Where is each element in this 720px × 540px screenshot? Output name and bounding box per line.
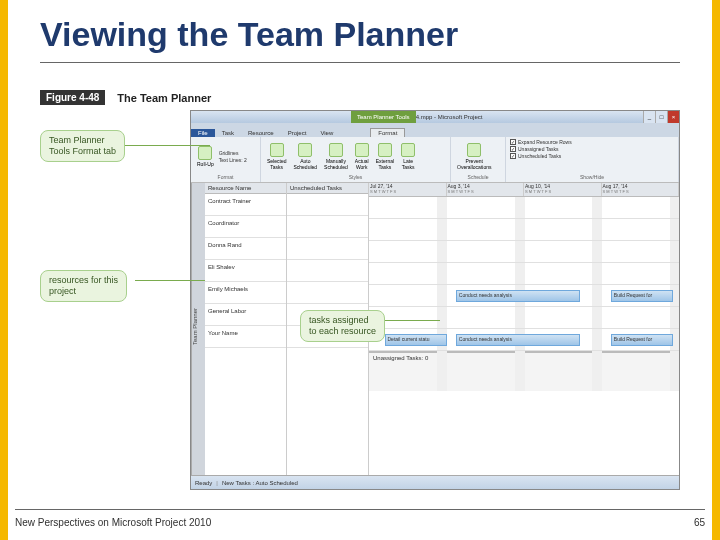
rollup-icon xyxy=(198,146,212,160)
ribbon: Roll-Up Gridlines Text Lines: 2 Format S… xyxy=(191,137,679,183)
ribbon-group-format: Roll-Up Gridlines Text Lines: 2 Format xyxy=(191,137,261,182)
team-planner-content: Team Planner Resource Name Contract Trai… xyxy=(191,183,679,475)
timeline-row[interactable] xyxy=(369,219,679,241)
figure-name: The Team Planner xyxy=(105,92,211,104)
tab-resource[interactable]: Resource xyxy=(241,129,281,137)
late-icon xyxy=(401,143,415,157)
ribbon-group-styles: SelectedTasks AutoScheduled ManuallySche… xyxy=(261,137,451,182)
unsched-cell[interactable] xyxy=(287,282,368,304)
ribbon-group-schedule: PreventOverallocations Schedule xyxy=(451,137,506,182)
resource-header: Resource Name xyxy=(205,183,286,194)
resource-row[interactable]: Emily Michaels xyxy=(205,282,286,304)
textlines-control[interactable]: Text Lines: 2 xyxy=(219,157,247,163)
app-window: Team Planner Tools NewAV1n-4.mpp - Micro… xyxy=(190,110,680,490)
window-buttons: _ □ × xyxy=(643,111,679,123)
checkbox-icon: ✓ xyxy=(510,146,516,152)
resource-row[interactable]: Your Name xyxy=(205,326,286,348)
tab-view[interactable]: View xyxy=(313,129,340,137)
unsched-cell[interactable] xyxy=(287,194,368,216)
figure-label: Figure 4-48 The Team Planner xyxy=(40,90,211,105)
tab-project[interactable]: Project xyxy=(281,129,314,137)
close-button[interactable]: × xyxy=(667,111,679,123)
unsched-cell[interactable] xyxy=(287,216,368,238)
callout-resources: resources for thisproject xyxy=(40,270,127,302)
unscheduled-check[interactable]: ✓Unscheduled Tasks xyxy=(510,153,561,159)
resource-row[interactable]: General Labor xyxy=(205,304,286,326)
callout-arrow-1 xyxy=(125,145,210,146)
resource-row[interactable]: Eli Shalev xyxy=(205,260,286,282)
rollup-button[interactable]: Roll-Up xyxy=(195,145,216,168)
prevent-icon xyxy=(467,143,481,157)
callout-tasks: tasks assignedto each resource xyxy=(300,310,385,342)
timeline-row[interactable]: Conduct needs analysis Build Request for xyxy=(369,285,679,307)
ribbon-tabs: File Task Resource Project View Format xyxy=(191,123,679,137)
figure-number: Figure 4-48 xyxy=(40,90,105,105)
statusbar: Ready | New Tasks : Auto Scheduled xyxy=(191,475,679,489)
resource-row[interactable]: Donna Rand xyxy=(205,238,286,260)
minimize-button[interactable]: _ xyxy=(643,111,655,123)
task-bar[interactable]: Build Request for xyxy=(611,334,673,346)
auto-scheduled-button[interactable]: AutoScheduled xyxy=(291,142,319,171)
maximize-button[interactable]: □ xyxy=(655,111,667,123)
resource-row[interactable]: Contract Trainer xyxy=(205,194,286,216)
task-bar[interactable]: Build Request for xyxy=(611,290,673,302)
tab-file[interactable]: File xyxy=(191,129,215,137)
slide-title: Viewing the Team Planner xyxy=(40,15,458,54)
actual-work-button[interactable]: ActualWork xyxy=(353,142,371,171)
group-label-format: Format xyxy=(195,174,256,180)
footer-text: New Perspectives on Microsoft Project 20… xyxy=(15,517,211,528)
unscheduled-header: Unscheduled Tasks xyxy=(287,183,368,194)
timeline-row[interactable]: Detail current statu Conduct needs analy… xyxy=(369,329,679,351)
external-tasks-button[interactable]: ExternalTasks xyxy=(374,142,396,171)
context-tab-label: Team Planner Tools xyxy=(351,111,416,123)
prevent-overalloc-button[interactable]: PreventOverallocations xyxy=(455,142,493,171)
task-bar[interactable]: Conduct needs analysis xyxy=(456,290,580,302)
status-ready: Ready xyxy=(195,480,212,486)
timeline-row[interactable] xyxy=(369,241,679,263)
actual-icon xyxy=(355,143,369,157)
ribbon-group-showhide: ✓Expand Resource Rows ✓Unassigned Tasks … xyxy=(506,137,679,182)
timeline-row[interactable] xyxy=(369,197,679,219)
resource-column: Resource Name Contract Trainer Coordinat… xyxy=(205,183,287,475)
selected-tasks-button[interactable]: SelectedTasks xyxy=(265,142,288,171)
group-label-styles: Styles xyxy=(265,174,446,180)
task-bar[interactable]: Conduct needs analysis xyxy=(456,334,580,346)
tab-task[interactable]: Task xyxy=(215,129,241,137)
title-underline xyxy=(40,62,680,63)
timeline-body: Conduct needs analysis Build Request for… xyxy=(369,197,679,391)
external-icon xyxy=(378,143,392,157)
auto-icon xyxy=(298,143,312,157)
late-tasks-button[interactable]: LateTasks xyxy=(399,142,417,171)
callout-format-tab: Team PlannerTools Format tab xyxy=(40,130,125,162)
resource-row[interactable]: Coordinator xyxy=(205,216,286,238)
decoration-right xyxy=(712,0,720,540)
gridlines-button[interactable]: Gridlines xyxy=(219,150,247,156)
task-bar[interactable]: Detail current statu xyxy=(385,334,447,346)
timeline[interactable]: Jul 27, '14S M T W T F S Aug 3, '14S M T… xyxy=(369,183,679,475)
expand-rows-check[interactable]: ✓Expand Resource Rows xyxy=(510,139,572,145)
unsched-cell[interactable] xyxy=(287,260,368,282)
page-number: 65 xyxy=(694,517,705,528)
timeline-row[interactable] xyxy=(369,307,679,329)
timeline-header: Jul 27, '14S M T W T F S Aug 3, '14S M T… xyxy=(369,183,679,197)
unassigned-check[interactable]: ✓Unassigned Tasks xyxy=(510,146,559,152)
group-label-schedule: Schedule xyxy=(455,174,501,180)
group-label-showhide: Show/Hide xyxy=(510,174,674,180)
timeline-row[interactable] xyxy=(369,263,679,285)
tab-format[interactable]: Format xyxy=(370,128,405,137)
footer-divider xyxy=(15,509,705,510)
manually-scheduled-button[interactable]: ManuallyScheduled xyxy=(322,142,350,171)
titlebar: Team Planner Tools NewAV1n-4.mpp - Micro… xyxy=(191,111,679,123)
decoration-left xyxy=(0,0,8,540)
manual-icon xyxy=(329,143,343,157)
checkbox-icon: ✓ xyxy=(510,139,516,145)
selected-icon xyxy=(270,143,284,157)
callout-arrow-2 xyxy=(135,280,205,281)
status-newtasks: New Tasks : Auto Scheduled xyxy=(222,480,298,486)
unsched-cell[interactable] xyxy=(287,238,368,260)
callout-arrow-3 xyxy=(380,320,440,321)
sidebar-tab[interactable]: Team Planner xyxy=(191,183,205,475)
checkbox-icon: ✓ xyxy=(510,153,516,159)
